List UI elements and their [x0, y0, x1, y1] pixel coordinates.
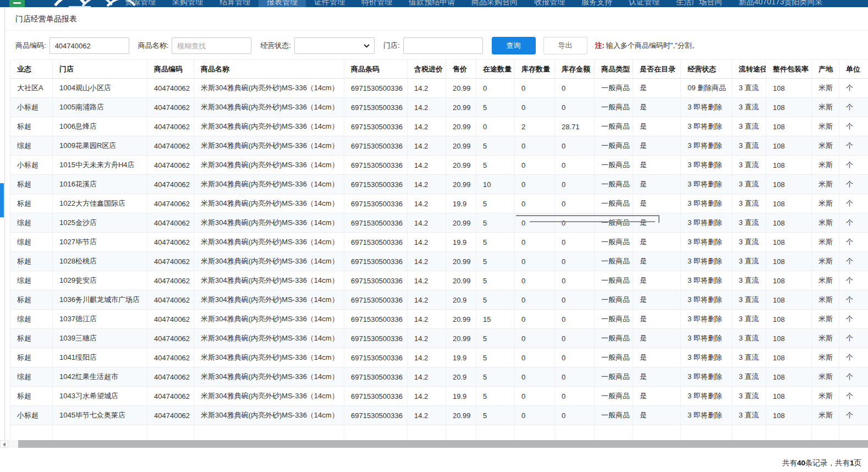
table-cell: 3 即将删除 — [681, 387, 732, 406]
table-row[interactable]: 综超1025金沙店404740062米斯304雅典碗(内亮外砂)MS-336（1… — [10, 213, 868, 233]
render-artifact-line — [516, 215, 660, 216]
table-cell — [147, 425, 194, 440]
table-cell: 0 — [515, 290, 555, 310]
table-cell: 0 — [555, 406, 595, 425]
table-cell — [839, 425, 868, 440]
table-cell: 一般商品 — [595, 156, 633, 175]
nav-item-8[interactable]: 商品采购合同 — [463, 0, 526, 7]
table-cell: 6971530500336 — [344, 290, 408, 310]
table-row[interactable]: 标超1039三穗店404740062米斯304雅典碗(内亮外砂)MS-336（1… — [10, 329, 868, 348]
sidebar-collapsed-handle[interactable] — [0, 183, 4, 217]
table-cell: 一般商品 — [595, 290, 633, 310]
table-cell: 6971530500336 — [344, 271, 408, 290]
table-cell: 14.2 — [408, 290, 446, 310]
table-cell: 3 直流 — [732, 271, 766, 290]
table-row[interactable]: 综超1029瓮安店404740062米斯304雅典碗(内亮外砂)MS-336（1… — [10, 271, 868, 290]
table-cell: 6971530500336 — [344, 213, 408, 233]
table-cell: 6971530500336 — [344, 252, 408, 271]
table-cell: 3 直流 — [732, 310, 766, 329]
table-cell: 1022大方佳鑫国际店 — [53, 194, 147, 213]
column-header: 流转途径 — [732, 60, 766, 79]
horizontal-scrollbar[interactable] — [0, 440, 868, 448]
table-cell: 5 — [476, 290, 515, 310]
table-row[interactable]: 标超1016花溪店404740062米斯304雅典碗(内亮外砂)MS-336（1… — [10, 175, 868, 194]
hamburger-icon — [13, 2, 21, 4]
table-row[interactable]: 标超1041绥阳店404740062米斯304雅典碗(内亮外砂)MS-336（1… — [10, 348, 868, 367]
scroll-left-arrow-icon — [3, 442, 6, 447]
table-cell: 3 即将删除 — [681, 156, 732, 175]
table-cell: 108 — [766, 387, 812, 406]
table-cell: 19.9 — [446, 387, 476, 406]
table-cell: 0 — [555, 329, 595, 348]
summary-prefix: 共有 — [782, 459, 797, 467]
horizontal-scrollbar-thumb[interactable] — [18, 440, 868, 448]
table-cell: 米斯304雅典碗(内亮外砂)MS-336（14cm） — [194, 290, 344, 310]
nav-item-1[interactable]: 资源管理 — [117, 0, 164, 7]
table-cell: 404740062 — [147, 406, 194, 425]
query-button[interactable]: 查询 — [492, 37, 536, 54]
table-cell: 0 — [555, 290, 595, 310]
table-row[interactable]: 大社区A1004观山小区店404740062米斯304雅典碗(内亮外砂)MS-3… — [10, 79, 868, 98]
table-row[interactable]: 综超1009花果园R区店404740062米斯304雅典碗(内亮外砂)MS-33… — [10, 136, 868, 156]
table-row[interactable]: 综超1037德江店404740062米斯304雅典碗(内亮外砂)MS-336（1… — [10, 310, 868, 329]
nav-item-2[interactable]: 采购管理 — [164, 0, 211, 7]
table-cell: 米斯304雅典碗(内亮外砂)MS-336（14cm） — [194, 252, 344, 271]
table-row[interactable]: 小标超1005南浦路店404740062米斯304雅典碗(内亮外砂)MS-336… — [10, 98, 868, 117]
table-row[interactable]: 小标超1015中天未来方舟H4店404740062米斯304雅典碗(内亮外砂)M… — [10, 156, 868, 175]
nav-item-12[interactable]: 生活广场合同 — [668, 0, 730, 7]
table-cell: 是 — [633, 290, 681, 310]
table-row[interactable]: 综超1042红果生活超市404740062米斯304雅典碗(内亮外砂)MS-33… — [10, 367, 868, 387]
nav-item-5[interactable]: 证件管理 — [306, 0, 353, 7]
table-cell: 404740062 — [147, 136, 194, 156]
table-cell: 6971530500336 — [344, 310, 408, 329]
table-cell: 米斯 — [812, 252, 839, 271]
table-cell: 一般商品 — [595, 194, 633, 213]
column-header: 整件包装率 — [766, 60, 812, 79]
export-button[interactable]: 导出 — [543, 37, 587, 54]
table-row[interactable]: 标超1036务川麒龙城市广场店404740062米斯304雅典碗(内亮外砂)MS… — [10, 290, 868, 310]
nav-item-9[interactable]: 收报管理 — [526, 0, 573, 7]
table-cell: 米斯 — [812, 98, 839, 117]
table-row-partial[interactable] — [10, 425, 868, 440]
table-cell: 米斯 — [812, 233, 839, 252]
store-label: 门店: — [383, 41, 400, 51]
table-row[interactable]: 标超1022大方佳鑫国际店404740062米斯304雅典碗(内亮外砂)MS-3… — [10, 194, 868, 213]
status-select[interactable] — [294, 37, 375, 54]
table-cell: 14.2 — [408, 156, 446, 175]
table-cell: 0 — [555, 348, 595, 367]
column-header: 门店 — [53, 60, 147, 79]
nav-item-3[interactable]: 结算管理 — [211, 0, 259, 7]
table-row[interactable]: 标超1028松桃店404740062米斯304雅典碗(内亮外砂)MS-336（1… — [10, 252, 868, 271]
table-cell: 米斯 — [812, 348, 839, 367]
table-row[interactable]: 标超1043习水希望城店404740062米斯304雅典碗(内亮外砂)MS-33… — [10, 387, 868, 406]
nav-item-11[interactable]: 认证管理 — [620, 0, 668, 7]
store-input[interactable] — [403, 37, 483, 54]
table-cell — [812, 425, 839, 440]
menu-toggle-button[interactable] — [9, 0, 25, 7]
nav-item-10[interactable]: 服务支持 — [573, 0, 620, 7]
product-name-input[interactable] — [172, 37, 251, 54]
table-cell: 标超 — [10, 175, 53, 194]
table-cell: 5 — [476, 194, 515, 213]
table-cell: 1037德江店 — [53, 310, 147, 329]
table-cell: 米斯304雅典碗(内亮外砂)MS-336（14cm） — [194, 213, 344, 233]
table-row[interactable]: 综超1027毕节店404740062米斯304雅典碗(内亮外砂)MS-336（1… — [10, 233, 868, 252]
nav-item-13[interactable]: 新品4070173贵阳类同采 — [730, 0, 831, 7]
scroll-left-button[interactable] — [0, 440, 8, 448]
table-cell: 5 — [476, 406, 515, 425]
nav-item-7[interactable]: 借款预结申请 — [400, 0, 463, 7]
table-cell: 3 直流 — [732, 213, 766, 233]
table-cell: 5 — [476, 271, 515, 290]
table-cell: 6971530500336 — [344, 79, 408, 98]
nav-item-4[interactable]: 报表管理 — [259, 0, 306, 7]
table-cell: 0 — [555, 79, 595, 98]
table-row[interactable]: 小标超1045毕节七众奥莱店404740062米斯304雅典碗(内亮外砂)MS-… — [10, 406, 868, 425]
table-cell: 一般商品 — [595, 329, 633, 348]
table-cell: 综超 — [10, 136, 53, 156]
nav-item-6[interactable]: 特价管理 — [353, 0, 400, 7]
table-cell: 0 — [555, 194, 595, 213]
table-cell: 个 — [839, 98, 868, 117]
table-cell: 404740062 — [147, 156, 194, 175]
product-code-input[interactable] — [50, 37, 129, 54]
table-row[interactable]: 标超1006息烽店404740062米斯304雅典碗(内亮外砂)MS-336（1… — [10, 117, 868, 136]
